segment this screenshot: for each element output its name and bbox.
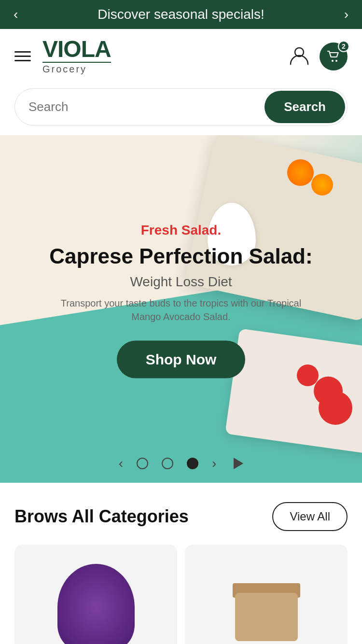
- carousel-dot-3[interactable]: [187, 458, 198, 469]
- carousel-navigation: ‹ ›: [0, 456, 362, 471]
- logo-grocery-text: Grocery: [42, 64, 87, 75]
- header-left: VIOLA Grocery: [14, 38, 111, 75]
- hero-tag: Fresh Salad.: [29, 223, 333, 238]
- svg-point-2: [335, 60, 337, 62]
- search-bar: Search: [14, 88, 348, 126]
- user-icon[interactable]: [289, 45, 310, 68]
- categories-header: Brows All Categories View All: [14, 502, 348, 531]
- logo-viola-text: VIOLA: [42, 38, 111, 61]
- header-right: 2: [289, 42, 348, 70]
- hamburger-menu[interactable]: [14, 51, 31, 61]
- cart-badge: 2: [338, 41, 349, 52]
- hero-description: Transport your taste buds to the tropics…: [60, 296, 302, 323]
- header: VIOLA Grocery 2: [0, 29, 362, 84]
- cart-icon[interactable]: 2: [320, 42, 348, 70]
- banner-next-arrow[interactable]: ›: [344, 7, 348, 22]
- hero-title: Caprese Perfection Salad:: [29, 244, 333, 269]
- banner-text: Discover seasonal specials!: [97, 7, 265, 22]
- search-container: Search: [0, 84, 362, 135]
- search-button[interactable]: Search: [265, 91, 345, 123]
- categories-grid: [14, 545, 348, 644]
- categories-title: Brows All Categories: [14, 506, 189, 527]
- carousel-dot-1[interactable]: [137, 458, 148, 469]
- orange-slice-2: [311, 174, 333, 196]
- hero-subtitle: Weight Loss Diet: [29, 274, 333, 289]
- carousel-dot-2[interactable]: [162, 458, 173, 469]
- hero-content: Fresh Salad. Caprese Perfection Salad: W…: [0, 223, 362, 396]
- svg-point-1: [332, 60, 334, 62]
- search-input[interactable]: [15, 89, 263, 125]
- category-card-2[interactable]: [185, 545, 348, 644]
- box-shape: [235, 593, 298, 641]
- shop-now-button[interactable]: Shop Now: [117, 340, 246, 378]
- logo-underline: [42, 62, 111, 63]
- vegetable-shape: [57, 564, 135, 644]
- view-all-button[interactable]: View All: [272, 502, 348, 531]
- carousel-next-arrow[interactable]: ›: [212, 456, 216, 471]
- category-card-1[interactable]: [14, 545, 177, 644]
- top-banner: ‹ Discover seasonal specials! ›: [0, 0, 362, 29]
- banner-prev-arrow[interactable]: ‹: [14, 7, 18, 22]
- carousel-play-button[interactable]: [234, 458, 243, 469]
- logo[interactable]: VIOLA Grocery: [42, 38, 111, 75]
- categories-section: Brows All Categories View All: [0, 483, 362, 644]
- tomato-3: [319, 391, 352, 425]
- carousel-prev-arrow[interactable]: ‹: [119, 456, 123, 471]
- orange-slice-1: [287, 159, 314, 186]
- hero-banner: Fresh Salad. Caprese Perfection Salad: W…: [0, 135, 362, 483]
